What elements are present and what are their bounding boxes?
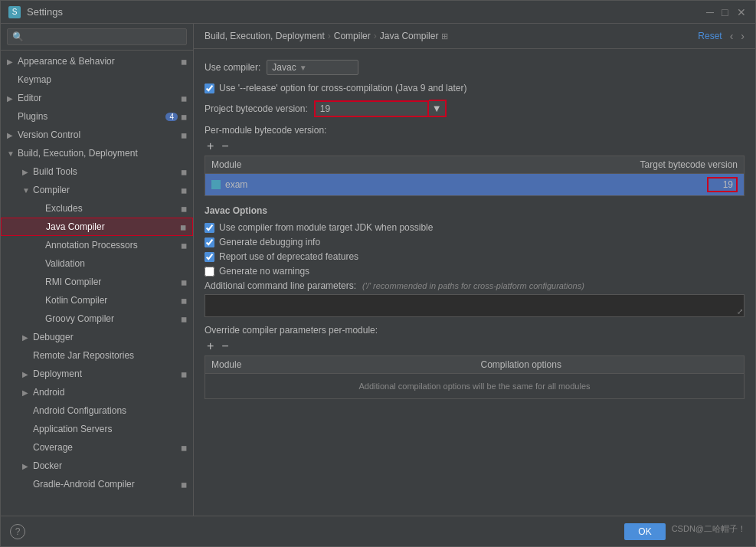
spacer [34, 205, 42, 213]
remove-override-button[interactable]: − [219, 340, 231, 352]
compiler-select[interactable]: Javac ▼ [267, 60, 358, 75]
override-section: Override compiler parameters per-module:… [205, 325, 745, 399]
sidebar-item-build-tools[interactable]: ▶ Build Tools ◼ [1, 162, 193, 181]
module-name: exam [225, 179, 247, 190]
option-checkbox-1[interactable] [205, 237, 214, 247]
breadcrumb-compiler: Compiler [334, 31, 371, 41]
expand-icon: ◼ [181, 205, 187, 213]
sidebar-item-remote-jar[interactable]: Remote Jar Repositories [1, 346, 193, 365]
sidebar-item-rmi-compiler[interactable]: RMI Compiler ◼ [1, 273, 193, 291]
expand-params-icon[interactable]: ⤢ [737, 307, 743, 316]
close-button[interactable]: ✕ [737, 7, 748, 18]
plugins-badge: 4 [165, 113, 178, 121]
spacer [22, 407, 30, 415]
bytecode-version-row: Project bytecode version: ▼ [205, 100, 745, 117]
sidebar-item-android-conf[interactable]: Android Configurations [1, 401, 193, 420]
option-row-2: Report use of deprecated features [205, 251, 745, 262]
bytecode-version-arrow[interactable]: ▼ [429, 100, 447, 117]
params-input[interactable] [205, 294, 745, 317]
sidebar-tree: ▶ Appearance & Behavior ◼ Keymap ▶ Edito… [1, 51, 193, 516]
sidebar-item-java-compiler[interactable]: Java Compiler ◼ [1, 218, 193, 236]
sidebar-item-kotlin-compiler[interactable]: Kotlin Compiler ◼ [1, 291, 193, 310]
app-icon: S [8, 6, 21, 18]
ok-button[interactable]: OK [624, 523, 665, 540]
sidebar-item-gradle-android[interactable]: Gradle-Android Compiler ◼ [1, 475, 193, 493]
spacer [22, 425, 30, 434]
minimize-button[interactable]: ─ [706, 7, 717, 18]
sidebar-item-editor[interactable]: ▶ Editor ◼ [1, 89, 193, 107]
table-row[interactable]: exam 19 [205, 174, 744, 195]
option-row-1: Generate debugging info [205, 237, 745, 247]
spacer [22, 352, 30, 360]
override-label: Override compiler parameters per-module: [205, 325, 745, 336]
project-bytecode-input[interactable] [314, 100, 429, 117]
add-module-button[interactable]: + [205, 140, 216, 152]
module-version[interactable]: 19 [707, 177, 738, 192]
back-button[interactable]: ‹ [730, 30, 734, 42]
spacer [22, 444, 30, 452]
sidebar-item-build-exec[interactable]: ▼ Build, Execution, Deployment [1, 144, 193, 162]
external-link-icon[interactable]: ⊞ [441, 31, 448, 41]
sidebar-item-annotation-processors[interactable]: Annotation Processors ◼ [1, 236, 193, 254]
breadcrumb: Build, Execution, Deployment › Compiler … [205, 31, 448, 41]
expand-icon: ◼ [181, 296, 187, 305]
main-content: ▶ Appearance & Behavior ◼ Keymap ▶ Edito… [1, 24, 755, 516]
option-checkbox-0[interactable] [205, 223, 214, 233]
module-toolbar: + − [205, 140, 745, 152]
expand-arrow: ▶ [22, 462, 30, 470]
sidebar-item-groovy-compiler[interactable]: Groovy Compiler ◼ [1, 310, 193, 328]
additional-params-section: Additional command line parameters: ('/'… [205, 280, 745, 317]
sidebar-item-keymap[interactable]: Keymap [1, 70, 193, 89]
reset-button[interactable]: Reset [698, 31, 722, 41]
sidebar-item-app-servers[interactable]: Application Servers [1, 420, 193, 438]
sidebar-item-android[interactable]: ▶ Android [1, 383, 193, 401]
params-label: Additional command line parameters: [205, 280, 356, 291]
sidebar-item-validation[interactable]: Validation [1, 254, 193, 273]
expand-icon: ◼ [181, 186, 187, 195]
remove-module-button[interactable]: − [219, 140, 231, 152]
sidebar-item-appearance[interactable]: ▶ Appearance & Behavior ◼ [1, 52, 193, 70]
search-input[interactable] [7, 28, 187, 45]
title-bar: S Settings ─ □ ✕ [1, 1, 755, 24]
sidebar-item-version-control[interactable]: ▶ Version Control ◼ [1, 126, 193, 144]
help-button[interactable]: ? [10, 524, 25, 539]
expand-icon: ◼ [181, 315, 187, 323]
compiler-value: Javac [272, 62, 296, 73]
sidebar-item-compiler[interactable]: ▼ Compiler ◼ [1, 181, 193, 199]
spacer [7, 76, 15, 84]
expand-arrow: ▶ [22, 168, 30, 176]
expand-icon: ◼ [181, 278, 187, 287]
expand-arrow: ▶ [22, 388, 30, 397]
override-table-header: Module Compilation options [205, 356, 744, 374]
sidebar-item-deployment[interactable]: ▶ Deployment ◼ [1, 365, 193, 383]
spacer [35, 223, 43, 231]
expand-arrow: ▶ [7, 57, 15, 66]
bottom-bar: ? OK CSDN@二哈帽子！ [1, 516, 755, 546]
breadcrumb-build: Build, Execution, Deployment [205, 31, 325, 41]
cross-compile-checkbox[interactable] [205, 84, 214, 93]
window-title: Settings [27, 6, 63, 18]
sidebar-item-coverage[interactable]: Coverage ◼ [1, 438, 193, 457]
breadcrumb-sep2: › [374, 31, 377, 41]
expand-icon: ◼ [181, 444, 187, 452]
table-header: Module Target bytecode version [205, 156, 744, 174]
sidebar-item-debugger[interactable]: ▶ Debugger [1, 328, 193, 346]
cross-compile-row: Use '--release' option for cross-compila… [205, 83, 745, 93]
expand-icon: ◼ [181, 113, 187, 121]
sidebar-item-plugins[interactable]: Plugins 4 ◼ [1, 107, 193, 126]
forward-button[interactable]: › [741, 30, 745, 42]
option-checkbox-2[interactable] [205, 252, 214, 262]
sidebar-item-excludes[interactable]: Excludes ◼ [1, 199, 193, 218]
settings-window: S Settings ─ □ ✕ ▶ Appearance & Behavior… [0, 0, 756, 547]
expand-icon: ◼ [181, 480, 187, 489]
option-checkbox-3[interactable] [205, 267, 214, 277]
add-override-button[interactable]: + [205, 340, 216, 352]
maximize-button[interactable]: □ [722, 7, 732, 18]
option-label-3: Generate no warnings [219, 266, 309, 277]
override-options-col: Compilation options [475, 356, 745, 373]
sidebar-item-docker[interactable]: ▶ Docker [1, 457, 193, 475]
use-compiler-row: Use compiler: Javac ▼ [205, 60, 745, 75]
module-col-header: Module [205, 156, 621, 173]
spacer [22, 480, 30, 489]
option-label-0: Use compiler from module target JDK when… [219, 222, 433, 233]
